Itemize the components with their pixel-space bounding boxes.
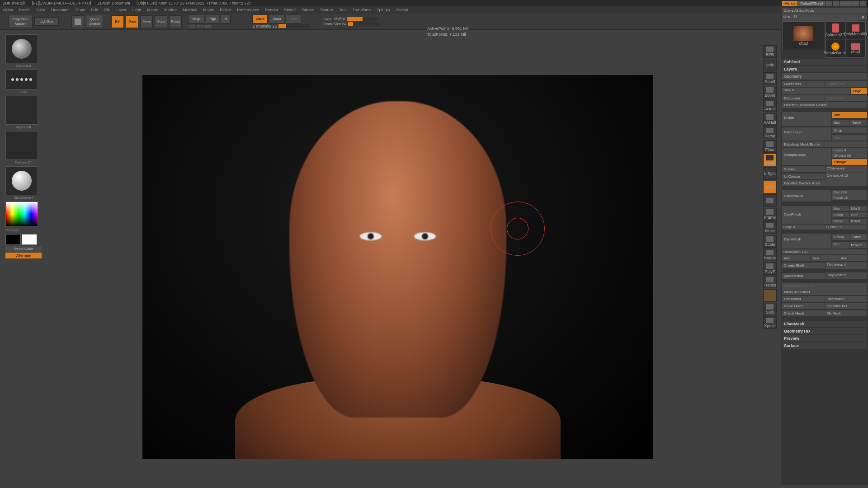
xpose-button[interactable]: Xpose (763, 316, 777, 329)
alpha-thumb[interactable] (5, 96, 38, 125)
rotate-button[interactable]: Rotate (169, 15, 182, 28)
zcut-button[interactable]: Zcut (286, 14, 301, 23)
suv-button[interactable]: Suv (832, 120, 849, 126)
quicksketch-button[interactable]: Quick Sketch (86, 15, 103, 28)
xyz-button[interactable]: XYZ (763, 181, 777, 193)
rsoft-slider[interactable]: RSoft (850, 219, 867, 224)
scroll-button[interactable]: Scroll (763, 72, 777, 85)
texture-thumb[interactable] (5, 131, 38, 160)
toggle-icon[interactable] (833, 1, 839, 6)
persp-button[interactable]: Persp (763, 127, 777, 139)
geometryhd-header[interactable]: Geometry HD (782, 328, 867, 334)
tool-thumb[interactable]: chad (782, 21, 825, 50)
min-slider[interactable]: Min 0 (850, 206, 867, 211)
reuv-button[interactable]: ReUV (850, 120, 867, 126)
add-button[interactable]: Add (782, 255, 810, 261)
menu-stencil[interactable]: Stencil (284, 8, 296, 12)
focal-shift-label[interactable]: Focal Shift 0 (323, 17, 345, 21)
closeholes-button[interactable]: Close Holes (782, 303, 825, 309)
divide-button[interactable]: Divide (782, 112, 831, 126)
menu-light[interactable]: Light (132, 8, 142, 12)
color-swatch-secondary[interactable] (22, 234, 37, 245)
actual-button[interactable]: Actual (763, 99, 777, 112)
mrgb-button[interactable]: Mrgb (188, 14, 204, 23)
minimize-icon[interactable] (846, 1, 853, 6)
menu-edit[interactable]: Edit (91, 8, 98, 12)
menu-picker[interactable]: Picker (220, 8, 231, 12)
del-lower-button[interactable]: Del Lower (782, 95, 825, 101)
layers-header[interactable]: Layers (782, 66, 867, 72)
menu-transform[interactable]: Transform (352, 8, 371, 12)
menu-macro[interactable]: Macro (147, 8, 158, 12)
flat-button[interactable]: Flat (832, 135, 867, 141)
gpolish-slider[interactable]: GPolish 50 (832, 153, 867, 158)
menu-alpha[interactable]: Alpha (3, 8, 13, 12)
equalize-button[interactable]: Equalize Surface Area (782, 180, 867, 186)
edgeloop-button[interactable]: Edge Loop (782, 127, 831, 141)
lower-res-button[interactable]: Lower Res (782, 81, 825, 87)
resolution-slider[interactable]: Resolution 128 (782, 249, 867, 254)
transp-button[interactable]: Transp (763, 276, 777, 288)
fixmesh-button[interactable]: Fix Mesh (825, 310, 868, 316)
switch-color-button[interactable]: SwitchColor (5, 246, 42, 252)
default-script-button[interactable]: DefaultZScript (798, 1, 826, 6)
rshar-slider[interactable]: RShar (832, 219, 849, 224)
stroke-thumb[interactable] (5, 70, 38, 89)
menu-brush[interactable]: Brush (19, 8, 30, 12)
menus-button[interactable]: Menus (782, 1, 797, 6)
local-button[interactable]: Local (763, 154, 777, 166)
rotate-button[interactable]: Rotate (763, 249, 777, 261)
create-shell-button[interactable]: Create Shell (782, 263, 825, 268)
dynamesh-button[interactable]: DynaMesh (782, 234, 831, 249)
focal-shift-slider[interactable] (347, 17, 378, 21)
toggle-icon[interactable] (826, 1, 832, 6)
smt-button[interactable]: Smt (832, 112, 867, 118)
tool-thumb[interactable]: SimpleBrush (826, 40, 845, 58)
m-button[interactable]: M (221, 14, 231, 23)
tool-thumb[interactable]: chad (846, 40, 866, 58)
solo-button[interactable]: Solo (763, 303, 777, 315)
preview-header[interactable]: Preview (782, 335, 867, 342)
r-button[interactable]: R (859, 14, 867, 20)
material-thumb[interactable] (5, 166, 38, 195)
subtool-header[interactable]: SubTool (782, 59, 867, 65)
z-intensity-label[interactable]: Z Intensity 25 (252, 24, 277, 28)
max-slider[interactable]: Max (832, 206, 849, 211)
checkmesh-button[interactable]: Check Mesh (782, 310, 825, 316)
menu-stroke[interactable]: Stroke (302, 8, 314, 12)
edit-button[interactable]: Edit (111, 15, 124, 28)
color-swatch-main[interactable] (5, 234, 21, 245)
polish-slider[interactable]: Polish 10 (832, 195, 867, 200)
shadowbox-button[interactable]: ShadowBox (782, 190, 831, 202)
menu-preferences[interactable]: Preferences (237, 8, 259, 12)
menu-render[interactable]: Render (265, 8, 278, 12)
groupsloops-button[interactable]: GroupsLoops (782, 148, 831, 165)
color-picker[interactable] (5, 202, 38, 227)
edgeloop-mask-button[interactable]: Edgeloop Mask Border (782, 141, 867, 147)
brush-thumb[interactable] (5, 34, 38, 63)
lightbox-button[interactable]: LightBox (34, 17, 59, 26)
viewport[interactable] (142, 75, 653, 459)
texture-swatch[interactable] (763, 289, 777, 302)
spix-button[interactable]: SPix (763, 59, 777, 71)
loops-slider[interactable]: Loops 4 (832, 148, 867, 153)
cursor-icon[interactable] (763, 194, 777, 207)
menu-zscript[interactable]: Zscript (396, 8, 408, 12)
crease-button[interactable]: Crease (782, 166, 825, 172)
mirror-weld-button[interactable]: Mirror And Weld (782, 289, 867, 295)
tool-thumb[interactable]: Cylinder3D (826, 21, 845, 39)
higher-res-button[interactable]: Higher Res (825, 81, 868, 87)
thickness-slider[interactable]: Thickness 4 (826, 262, 868, 269)
menu-file[interactable]: File (104, 8, 111, 12)
cage-button[interactable]: Cage (851, 88, 867, 94)
menu-texture[interactable]: Texture (320, 8, 333, 12)
qremesher-button[interactable]: QRemesher (782, 273, 825, 279)
draw-size-label[interactable]: Draw Size 64 (323, 22, 347, 26)
sharp-slider[interactable]: Sharp (832, 212, 849, 217)
group-button[interactable]: Group (832, 234, 849, 240)
projection-master-button[interactable]: Projection Master (8, 15, 33, 28)
draw-size-slider[interactable] (348, 22, 380, 26)
menu-tool[interactable]: Tool (339, 8, 347, 12)
menu-movie[interactable]: Movie (203, 8, 214, 12)
ctolerance-slider[interactable]: CTolerance (826, 166, 868, 173)
